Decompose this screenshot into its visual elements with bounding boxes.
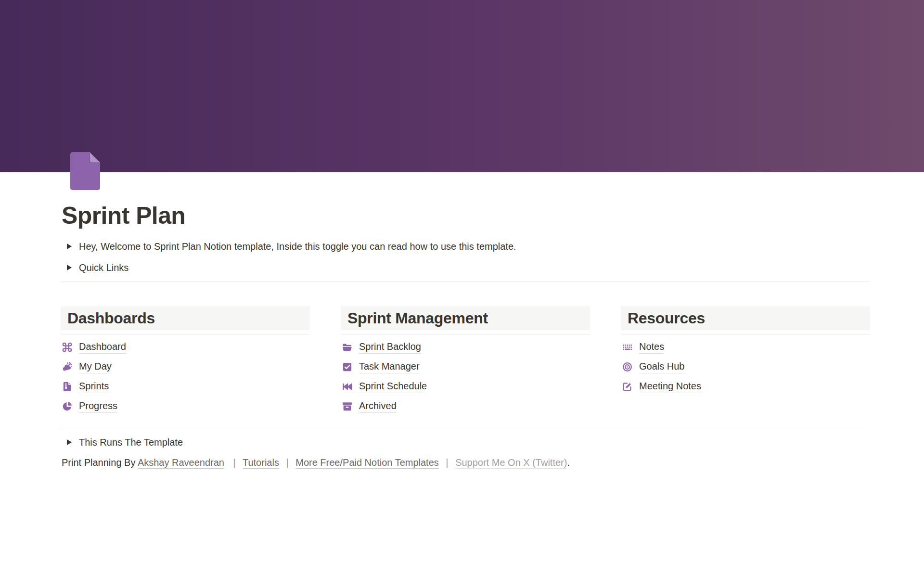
page-link-label: Sprint Backlog: [359, 341, 421, 354]
toggle-runs-template: This Runs The Template: [61, 434, 870, 450]
page-cover: [0, 0, 924, 172]
page-link-label: Archived: [359, 400, 397, 413]
footer-separator: |: [233, 457, 236, 468]
page-link-sprint-backlog[interactable]: Sprint Backlog: [341, 337, 590, 357]
page-link-label: Meeting Notes: [639, 381, 701, 393]
page-icon[interactable]: [70, 152, 100, 190]
divider: [61, 334, 310, 334]
edit-square-icon: [622, 381, 633, 392]
page-link-label: Sprints: [79, 381, 109, 393]
page-link-label: Dashboard: [79, 341, 126, 354]
toggle-welcome-text: Hey, Welcome to Sprint Plan Notion templ…: [79, 241, 516, 252]
toggle-arrow-icon[interactable]: [64, 262, 75, 273]
page-link-label: My Day: [79, 361, 112, 373]
archive-box-icon: [342, 401, 353, 412]
page-link-dashboard[interactable]: Dashboard: [61, 337, 310, 357]
command-icon: [62, 342, 73, 353]
section-header-dashboards: Dashboards: [61, 306, 310, 330]
page-link-notes[interactable]: Notes: [621, 337, 870, 357]
footer-prefix: Print Planning By: [62, 457, 135, 468]
page-link-meeting-notes[interactable]: Meeting Notes: [621, 377, 870, 397]
page-link-goals-hub[interactable]: Goals Hub: [621, 357, 870, 377]
page-link-my-day[interactable]: My Day: [61, 357, 310, 377]
page-link-label: Sprint Schedule: [359, 381, 427, 393]
page-link-task-manager[interactable]: Task Manager: [341, 357, 590, 377]
column-sprint-management: Sprint Management Sprint Backlog: [341, 306, 590, 416]
footer-link-author[interactable]: Akshay Raveendran: [138, 457, 224, 469]
footer-link-twitter[interactable]: Support Me On X (Twitter): [455, 457, 567, 469]
column-resources: Resources Notes: [621, 306, 870, 397]
section-header-resources: Resources: [621, 306, 870, 330]
target-icon: [622, 361, 633, 372]
page-link-label: Notes: [639, 341, 664, 354]
toggle-runs-template-text: This Runs The Template: [79, 437, 183, 448]
pie-chart-icon: [62, 401, 73, 412]
columns-block: Dashboards Dashboard: [61, 306, 870, 416]
toggle-quick-links-text: Quick Links: [79, 262, 128, 273]
page-link-sprint-schedule[interactable]: Sprint Schedule: [341, 377, 590, 397]
checked-checkbox-icon: [342, 361, 353, 372]
notion-page: Sprint Plan Hey, Welcome to Sprint Plan …: [0, 200, 924, 470]
toggle-welcome: Hey, Welcome to Sprint Plan Notion templ…: [61, 238, 870, 255]
page-link-sprints[interactable]: Sprints: [61, 377, 310, 397]
footer-suffix: .: [567, 457, 570, 468]
footer-separator: |: [446, 457, 448, 468]
page-with-folded-corner-icon: [70, 152, 100, 190]
page-link-label: Task Manager: [359, 361, 420, 373]
zipped-document-icon: [62, 381, 73, 392]
page-link-progress[interactable]: Progress: [61, 397, 310, 416]
page-link-label: Progress: [79, 400, 117, 413]
section-header-sprint-management: Sprint Management: [341, 306, 590, 330]
divider: [621, 334, 870, 334]
footer-credits: Print Planning By Akshay Raveendran | Tu…: [61, 455, 870, 470]
divider: [61, 428, 870, 428]
open-folder-icon: [342, 342, 353, 353]
toggle-quick-links: Quick Links: [61, 259, 870, 276]
page-link-label: Goals Hub: [639, 361, 685, 373]
divider: [61, 282, 870, 282]
footer-link-tutorials[interactable]: Tutorials: [243, 457, 279, 469]
toggle-arrow-icon[interactable]: [64, 436, 75, 448]
footer-link-more-templates[interactable]: More Free/Paid Notion Templates: [295, 457, 439, 469]
page-link-archived[interactable]: Archived: [341, 397, 590, 416]
rewind-icon: [342, 381, 353, 392]
column-dashboards: Dashboards Dashboard: [61, 306, 310, 416]
page-title: Sprint Plan: [62, 200, 870, 231]
footer-separator: |: [286, 457, 288, 468]
toggle-arrow-icon[interactable]: [64, 241, 75, 252]
sun-behind-cloud-icon: [62, 361, 73, 372]
divider: [341, 334, 590, 334]
keyboard-icon: [622, 342, 633, 353]
